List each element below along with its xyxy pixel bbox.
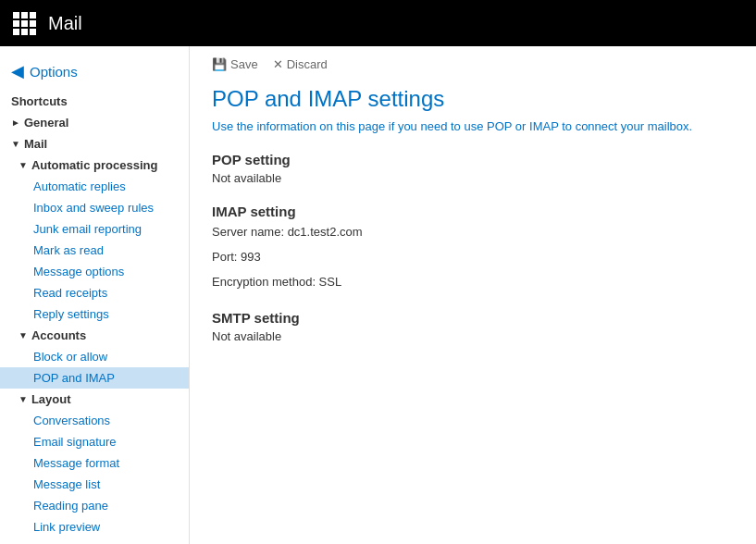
options-back-link[interactable]: ◀ Options bbox=[0, 54, 189, 91]
pop-setting-section: POP setting Not available bbox=[212, 152, 734, 185]
imap-encryption: Encryption method: SSL bbox=[212, 273, 734, 292]
shortcuts-label: Shortcuts bbox=[11, 94, 68, 108]
sidebar-item-accounts[interactable]: ▼ Accounts bbox=[0, 325, 189, 346]
main-layout: ◀ Options Shortcuts ► General ▼ Mail ▼ A… bbox=[0, 46, 756, 544]
imap-port: Port: 993 bbox=[212, 248, 734, 267]
pop-setting-title: POP setting bbox=[212, 152, 734, 167]
smtp-setting-value: Not available bbox=[212, 329, 734, 343]
sidebar-item-junk-email[interactable]: Junk email reporting bbox=[0, 218, 189, 240]
save-button[interactable]: 💾 Save bbox=[212, 57, 258, 71]
message-list-label: Message list bbox=[33, 477, 100, 491]
page-subtitle: Use the information on this page if you … bbox=[212, 119, 734, 133]
imap-setting-section: IMAP setting Server name: dc1.test2.com … bbox=[212, 204, 734, 291]
sidebar-item-mark-as-read[interactable]: Mark as read bbox=[0, 240, 189, 261]
general-label: General bbox=[24, 116, 68, 130]
sidebar-item-message-options[interactable]: Message options bbox=[0, 261, 189, 282]
sidebar-item-block-or-allow[interactable]: Block or allow bbox=[0, 346, 189, 367]
page-title: POP and IMAP settings bbox=[212, 86, 734, 112]
topbar: Mail bbox=[0, 0, 756, 46]
waffle-grid-icon bbox=[13, 12, 36, 35]
options-label: Options bbox=[30, 64, 78, 80]
general-arrow-icon: ► bbox=[11, 117, 20, 128]
reading-pane-label: Reading pane bbox=[33, 499, 108, 513]
layout-label: Layout bbox=[31, 392, 71, 406]
sidebar-item-reply-settings[interactable]: Reply settings bbox=[0, 303, 189, 325]
sidebar-item-automatic-processing[interactable]: ▼ Automatic processing bbox=[0, 155, 189, 176]
smtp-setting-title: SMTP setting bbox=[212, 310, 734, 326]
sidebar-item-message-list[interactable]: Message list bbox=[0, 474, 189, 495]
sidebar-item-read-receipts[interactable]: Read receipts bbox=[0, 282, 189, 303]
discard-button[interactable]: ✕ Discard bbox=[273, 57, 328, 71]
automatic-replies-label: Automatic replies bbox=[33, 179, 126, 193]
pop-setting-value: Not available bbox=[212, 171, 734, 185]
content-toolbar: 💾 Save ✕ Discard bbox=[212, 57, 734, 71]
sidebar-item-pop-and-imap[interactable]: POP and IMAP bbox=[0, 367, 189, 389]
auto-processing-label: Automatic processing bbox=[31, 158, 158, 172]
mail-arrow-icon: ▼ bbox=[11, 139, 20, 149]
sidebar-item-reading-pane[interactable]: Reading pane bbox=[0, 495, 189, 516]
sidebar-item-automatic-replies[interactable]: Automatic replies bbox=[0, 176, 189, 197]
sidebar-item-inbox-sweep[interactable]: Inbox and sweep rules bbox=[0, 197, 189, 218]
app-title: Mail bbox=[48, 13, 82, 34]
sidebar-item-mail[interactable]: ▼ Mail bbox=[0, 133, 189, 155]
sidebar: ◀ Options Shortcuts ► General ▼ Mail ▼ A… bbox=[0, 46, 190, 544]
discard-icon: ✕ bbox=[273, 57, 283, 71]
sidebar-item-message-format[interactable]: Message format bbox=[0, 452, 189, 474]
sidebar-item-email-signature[interactable]: Email signature bbox=[0, 431, 189, 452]
smtp-setting-section: SMTP setting Not available bbox=[212, 310, 734, 343]
conversations-label: Conversations bbox=[33, 414, 110, 427]
sidebar-item-link-preview[interactable]: Link preview bbox=[0, 516, 189, 538]
read-receipts-label: Read receipts bbox=[33, 286, 107, 300]
imap-server-name: Server name: dc1.test2.com bbox=[212, 223, 734, 242]
save-label: Save bbox=[230, 57, 258, 71]
message-options-label: Message options bbox=[33, 265, 124, 278]
layout-arrow-icon: ▼ bbox=[19, 394, 28, 404]
mark-as-read-label: Mark as read bbox=[33, 243, 104, 257]
junk-email-label: Junk email reporting bbox=[33, 222, 142, 236]
sidebar-item-general[interactable]: ► General bbox=[0, 112, 189, 133]
sidebar-item-shortcuts[interactable]: Shortcuts bbox=[0, 91, 189, 112]
mail-label: Mail bbox=[24, 137, 47, 151]
back-icon: ◀ bbox=[11, 61, 24, 81]
sidebar-item-layout[interactable]: ▼ Layout bbox=[0, 389, 189, 410]
imap-setting-title: IMAP setting bbox=[212, 204, 734, 219]
email-signature-label: Email signature bbox=[33, 435, 117, 449]
sidebar-item-conversations[interactable]: Conversations bbox=[0, 410, 189, 431]
inbox-sweep-label: Inbox and sweep rules bbox=[33, 201, 154, 215]
link-preview-label: Link preview bbox=[33, 520, 100, 534]
pop-and-imap-label: POP and IMAP bbox=[33, 371, 115, 385]
waffle-button[interactable] bbox=[9, 8, 39, 38]
auto-processing-arrow-icon: ▼ bbox=[19, 160, 28, 170]
accounts-label: Accounts bbox=[31, 328, 86, 342]
reply-settings-label: Reply settings bbox=[33, 307, 109, 321]
save-icon: 💾 bbox=[212, 57, 227, 71]
accounts-arrow-icon: ▼ bbox=[19, 330, 28, 340]
content-area: 💾 Save ✕ Discard POP and IMAP settings U… bbox=[190, 46, 756, 544]
discard-label: Discard bbox=[287, 57, 328, 71]
block-or-allow-label: Block or allow bbox=[33, 350, 107, 364]
message-format-label: Message format bbox=[33, 456, 119, 470]
